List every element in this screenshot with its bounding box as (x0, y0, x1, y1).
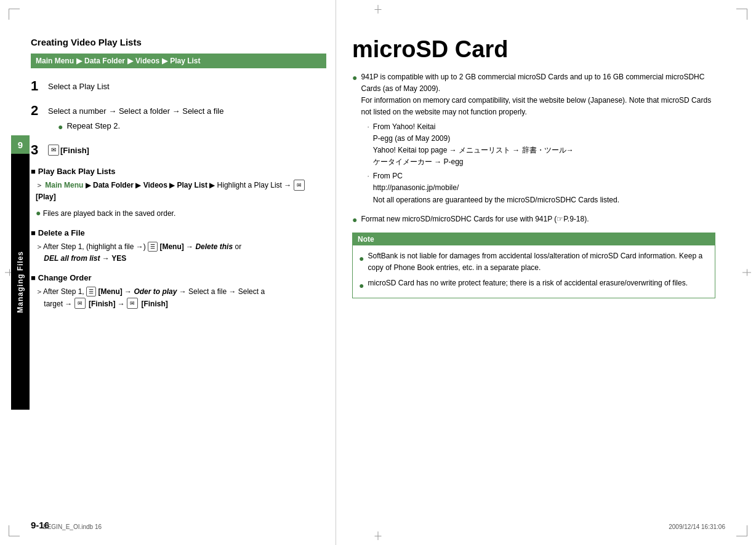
sub-bullet-2: · (367, 170, 369, 182)
change-order-content: ＞After Step 1, ☰ [Menu] → Oder to play →… (36, 286, 326, 309)
chapter-sidebar: 9 Managing Files (11, 135, 30, 410)
sub-item-yahoo: · From Yahoo! Keitai P-egg (as of May 20… (367, 121, 715, 169)
note-bullet-2-text: microSD Card has no write protect featur… (368, 277, 688, 289)
step-2-sub-text: Repeat Step 2. (66, 120, 120, 132)
note-bullet-1-icon: ● (359, 252, 364, 265)
note-bullet-2: ● microSD Card has no write protect feat… (359, 277, 709, 292)
bullet-1-icon: ● (352, 73, 357, 82)
footer-left: BEGIN_E_OI.indb 16 (43, 523, 102, 530)
reg-mark-top (378, 5, 379, 14)
playback-nav: Main Menu (45, 181, 83, 189)
note-header: Note (353, 233, 715, 245)
nav-arrow-1: ▶ (76, 57, 82, 65)
pb-sep1: ▶ Data Folder ▶ Videos ▶ Play List ▶ Hig… (86, 181, 294, 189)
bullet-1-content: 941P is compatible with up to 2 GB comme… (361, 71, 715, 206)
step-1-number: 1 (31, 78, 48, 94)
step-2-content: Select a number → Select a folder → Sele… (48, 103, 223, 133)
playback-content: ＞ Main Menu ▶ Data Folder ▶ Videos ▶ Pla… (36, 180, 326, 220)
bullet-2-icon: ● (352, 215, 357, 225)
nav-item-datafolder: Data Folder (84, 57, 125, 65)
menu-icon-order: ☰ (86, 287, 96, 296)
menu-icon-delete: ☰ (148, 242, 158, 252)
playback-section: ■ Play Back Play Lists ＞ Main Menu ▶ Dat… (31, 167, 326, 220)
corner-mark-tl (9, 9, 20, 20)
step-3-number: 3 (31, 142, 48, 158)
chapter-label: Managing Files (11, 154, 30, 410)
sub-item-pc: · From PC http://panasonic.jp/mobile/ No… (367, 170, 715, 206)
delete-heading-text: Delete a File (38, 228, 85, 237)
change-square-icon: ■ (31, 273, 36, 282)
corner-mark-br (736, 525, 747, 536)
step-2: 2 Select a number → Select a folder → Se… (31, 103, 326, 133)
microsd-title: microSD Card (352, 37, 715, 63)
nav-item-playlist: Play List (170, 57, 200, 65)
delete-content: ＞After Step 1, (highlight a file →) ☰ [M… (36, 241, 326, 265)
note-bullet-1: ● SoftBank is not liable for damages fro… (359, 250, 709, 274)
corner-mark-bl (9, 525, 20, 536)
delete-heading: ■ Delete a File (31, 228, 326, 237)
page-title: Creating Video Play Lists (31, 37, 326, 47)
sub-bullet-1: · (367, 121, 369, 133)
bullet-2-content: Format new microSD/microSDHC Cards for u… (361, 213, 589, 225)
corner-mark-tr (736, 9, 747, 20)
nav-item-mainmenu: Main Menu (36, 57, 74, 65)
section-square-icon: ■ (31, 167, 36, 176)
step-3: 3 ✉[Finish] (31, 142, 326, 158)
note-bullet-1-text: SoftBank is not liable for damages from … (368, 250, 709, 274)
finish-icon: ✉ (48, 145, 59, 156)
chapter-number: 9 (11, 135, 30, 154)
nav-breadcrumb: Main Menu ▶ Data Folder ▶ Videos ▶ Play … (31, 54, 326, 68)
pb-play-label: [Play] (36, 193, 56, 201)
note-content: ● SoftBank is not liable for damages fro… (353, 245, 715, 298)
chapter-label-text: Managing Files (16, 251, 25, 313)
step-2-sub: ● Repeat Step 2. (58, 120, 223, 133)
note-bullet-2-icon: ● (359, 279, 364, 292)
nav-item-videos: Videos (135, 57, 159, 65)
step-1: 1 Select a Play List (31, 78, 326, 94)
nav-arrow-3: ▶ (162, 57, 167, 65)
column-divider (336, 0, 336, 545)
bullet-1: ● 941P is compatible with up to 2 GB com… (352, 71, 715, 206)
sub-item-yahoo-content: From Yahoo! Keitai P-egg (as of May 2009… (373, 121, 574, 169)
note-box: Note ● SoftBank is not liable for damage… (352, 233, 715, 298)
delete-square-icon: ■ (31, 228, 36, 237)
change-order-section: ■ Change Order ＞After Step 1, ☰ [Menu] →… (31, 273, 326, 309)
left-column: Creating Video Play Lists Main Menu ▶ Da… (31, 37, 326, 319)
step-2-number: 2 (31, 103, 48, 119)
change-order-heading: ■ Change Order (31, 273, 326, 282)
playback-arrow: ＞ (36, 181, 43, 189)
bullet-2: ● Format new microSD/microSDHC Cards for… (352, 213, 715, 225)
pb-note-text: Files are played back in the saved order… (43, 209, 175, 218)
playback-heading-text: Play Back Play Lists (38, 167, 116, 176)
play-icon: ✉ (294, 180, 305, 191)
playback-note: ● Files are played back in the saved ord… (36, 206, 326, 220)
pb-bullet: ● (36, 208, 41, 218)
right-column: microSD Card ● 941P is compatible with u… (352, 37, 728, 298)
bullet-icon: ● (58, 121, 63, 133)
change-heading-text: Change Order (38, 273, 92, 282)
step-3-content: ✉[Finish] (48, 142, 89, 157)
nav-arrow-2: ▶ (127, 57, 133, 65)
sub-item-pc-content: From PC http://panasonic.jp/mobile/ Not … (373, 170, 619, 206)
delete-section: ■ Delete a File ＞After Step 1, (highligh… (31, 228, 326, 265)
sub-list-1: · From Yahoo! Keitai P-egg (as of May 20… (367, 121, 715, 206)
reg-mark-right (742, 272, 751, 273)
finish-icon-1: ✉ (74, 298, 86, 309)
playback-heading: ■ Play Back Play Lists (31, 167, 326, 176)
footer-right: 2009/12/14 16:31:06 (669, 523, 725, 530)
finish-icon-2: ✉ (127, 298, 138, 309)
page-footer: 9-16 (31, 520, 725, 530)
reg-mark-bottom (378, 531, 379, 540)
step-1-content: Select a Play List (48, 78, 110, 93)
